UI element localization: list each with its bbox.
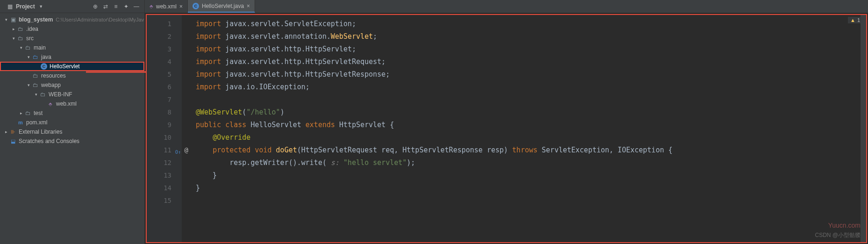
- scratches-label: Scratches and Consoles: [19, 138, 79, 144]
- folder-icon: 🗀: [17, 35, 24, 42]
- pom-label: pom.xml: [26, 119, 47, 126]
- tree-idea[interactable]: ▸ 🗀 .idea: [0, 24, 144, 34]
- webinf-label: WEB-INF: [49, 91, 72, 98]
- chevron-down-icon[interactable]: ▼: [37, 2, 45, 11]
- folder-icon: 🗀: [24, 44, 32, 51]
- tree-test[interactable]: ▸ 🗀 test: [0, 108, 144, 118]
- tab-label: web.xml: [156, 3, 177, 10]
- webapp-label: webapp: [41, 82, 61, 88]
- tree-hello-servlet[interactable]: C HelloServlet: [0, 62, 144, 71]
- watermark: Yuucn.com: [828, 222, 861, 229]
- library-icon: ⊪: [9, 128, 17, 136]
- root-label: blog_system: [19, 16, 53, 23]
- code-content[interactable]: import javax.servlet.ServletException;im…: [182, 15, 861, 242]
- chevron-down-icon: ▾: [25, 55, 32, 59]
- tree-java[interactable]: ▾ 🗀 java: [0, 52, 144, 62]
- close-icon[interactable]: ×: [247, 3, 250, 9]
- chevron-down-icon: ▾: [25, 83, 32, 87]
- tree-resources[interactable]: 🗀 resources: [0, 71, 144, 80]
- tree-pom[interactable]: m pom.xml: [0, 118, 144, 127]
- src-label: src: [26, 35, 34, 42]
- folder-icon: 🗀: [39, 91, 47, 98]
- tree-webxml[interactable]: ⬘ web.xml: [0, 99, 144, 108]
- refresh-icon[interactable]: ⇄: [101, 2, 110, 11]
- maven-file-icon: m: [17, 119, 24, 126]
- tree-scratches[interactable]: ⬓ Scratches and Consoles: [0, 136, 144, 146]
- root-path: C:\Users\Administrator\Desktop\MyJav: [56, 17, 144, 22]
- folder-icon: 🗀: [32, 81, 39, 89]
- class-icon: C: [40, 63, 48, 70]
- tab-web-xml[interactable]: ⬘ web.xml ×: [145, 0, 188, 13]
- folder-icon: 🗀: [17, 25, 24, 33]
- chevron-down-icon: ▾: [33, 92, 39, 97]
- tree-external-libraries[interactable]: ▸ ⊪ External Libraries: [0, 127, 144, 136]
- collapse-icon[interactable]: ≡: [112, 2, 120, 11]
- tree-root[interactable]: ▾ ▣ blog_system C:\Users\Administrator\D…: [0, 15, 144, 24]
- warning-count: 1: [857, 17, 860, 23]
- chevron-down-icon: ▾: [3, 17, 9, 22]
- hide-icon[interactable]: —: [132, 2, 141, 11]
- class-file-icon: C: [192, 3, 199, 9]
- tree-main[interactable]: ▾ 🗀 main: [0, 43, 144, 52]
- close-icon[interactable]: ×: [179, 3, 183, 10]
- xml-file-icon: ⬘: [47, 100, 54, 108]
- resources-label: resources: [41, 72, 66, 79]
- gutter: 1234567891011O↑@12131415: [147, 15, 182, 242]
- tree-webinf[interactable]: ▾ 🗀 WEB-INF: [0, 90, 144, 99]
- hello-servlet-label: HelloServlet: [50, 63, 80, 70]
- chevron-right-icon: ▸: [18, 111, 24, 115]
- resources-folder-icon: 🗀: [32, 72, 39, 79]
- xml-file-icon: ⬘: [149, 4, 153, 9]
- warning-icon: ▲: [850, 17, 855, 23]
- tree-webapp[interactable]: ▾ 🗀 webapp: [0, 80, 144, 90]
- gear-icon[interactable]: ✦: [122, 2, 130, 11]
- warnings-badge[interactable]: ▲ 1: [848, 17, 862, 23]
- java-label: java: [41, 54, 51, 60]
- chevron-down-icon: ▾: [10, 36, 17, 41]
- ext-libs-label: External Libraries: [19, 129, 62, 135]
- folder-icon: 🗀: [24, 109, 32, 117]
- tree-src[interactable]: ▾ 🗀 src: [0, 34, 144, 43]
- project-header: ▦ Project ▼ ⊕ ⇄ ≡ ✦ —: [0, 0, 144, 13]
- target-icon[interactable]: ⊕: [91, 2, 100, 11]
- module-icon: ▣: [9, 16, 17, 23]
- watermark-csdn: CSDN @小型骷髅: [815, 231, 861, 239]
- editor-area: ⬘ web.xml × C HelloServlet.java × 123456…: [145, 0, 868, 244]
- source-folder-icon: 🗀: [32, 53, 39, 61]
- chevron-right-icon: ▸: [10, 27, 17, 31]
- scratches-icon: ⬓: [9, 137, 17, 145]
- chevron-right-icon: ▸: [3, 129, 9, 134]
- project-tree: ▾ ▣ blog_system C:\Users\Administrator\D…: [0, 13, 144, 244]
- editor-tabs: ⬘ web.xml × C HelloServlet.java ×: [145, 0, 868, 13]
- code-editor[interactable]: 1234567891011O↑@12131415 import javax.se…: [146, 14, 867, 243]
- tab-hello-servlet[interactable]: C HelloServlet.java ×: [188, 0, 255, 13]
- project-dropdown-icon[interactable]: ▦: [6, 2, 14, 11]
- project-title: Project: [16, 3, 35, 10]
- idea-label: .idea: [26, 26, 38, 32]
- editor-scrollbar[interactable]: [861, 15, 866, 242]
- webxml-label: web.xml: [56, 100, 77, 107]
- chevron-down-icon: ▾: [18, 45, 24, 50]
- tab-label: HelloServlet.java: [202, 3, 244, 9]
- main-label: main: [34, 44, 46, 51]
- project-sidebar: ▦ Project ▼ ⊕ ⇄ ≡ ✦ — ▾ ▣ blog_system C:…: [0, 0, 145, 244]
- test-label: test: [34, 110, 43, 116]
